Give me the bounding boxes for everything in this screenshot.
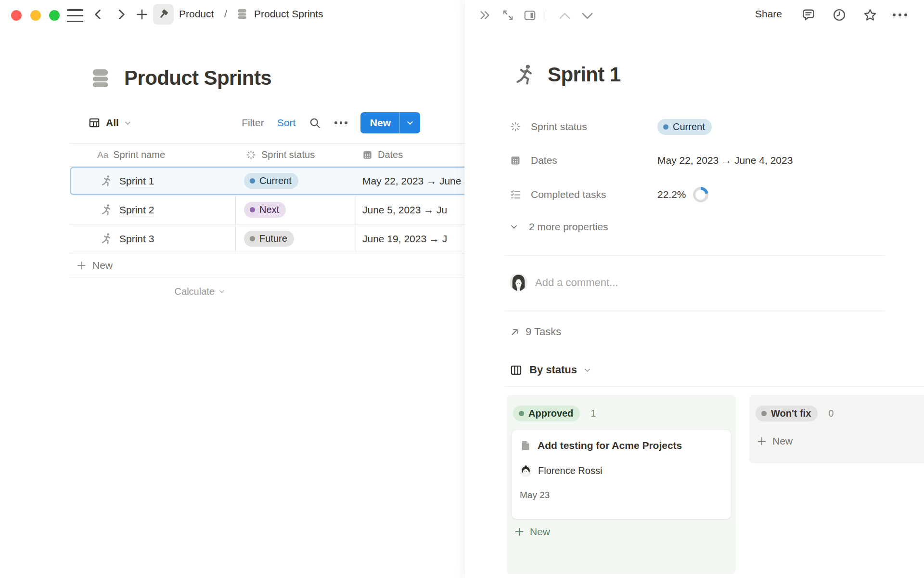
more-properties-toggle[interactable]: 2 more properties bbox=[510, 218, 608, 236]
runner-icon bbox=[100, 232, 113, 245]
notion-window: Product / Product Sprints Product Sprint… bbox=[0, 0, 924, 578]
task-card-date: May 23 bbox=[520, 490, 550, 500]
table-row-sprint-2[interactable]: Sprint 2 Next June 5, 2023 → Ju bbox=[70, 196, 464, 224]
window-close-button[interactable] bbox=[11, 10, 22, 21]
dates-cell[interactable]: May 22, 2023 → June 4, 2023 bbox=[356, 167, 464, 195]
new-button-dropdown[interactable] bbox=[400, 112, 420, 133]
board-column-approved: Approved 1 Add testing for Acme Projects… bbox=[507, 395, 736, 574]
sprint-name-link[interactable]: Sprint 1 bbox=[119, 175, 154, 187]
new-button[interactable]: New bbox=[360, 112, 420, 133]
breadcrumb-current-label[interactable]: Product Sprints bbox=[254, 0, 323, 28]
table-new-row-button[interactable]: New bbox=[70, 253, 464, 277]
property-value-dates[interactable]: May 22, 2023 → June 4, 2023 bbox=[657, 155, 793, 166]
view-tab-all[interactable]: All bbox=[88, 112, 131, 134]
side-peek-panel: Share Sprint 1 Sprint status bbox=[464, 0, 924, 578]
breadcrumb-root-label[interactable]: Product bbox=[179, 0, 214, 28]
column-header-dates[interactable]: Dates bbox=[356, 144, 464, 166]
next-record-icon[interactable] bbox=[580, 11, 594, 21]
board-view-label: By status bbox=[529, 364, 577, 376]
sprints-table: Aa Sprint name Sprint status Dates bbox=[70, 143, 464, 305]
property-label[interactable]: Completed tasks bbox=[510, 189, 657, 200]
property-label[interactable]: Dates bbox=[510, 155, 657, 166]
board-view-selector[interactable]: By status bbox=[510, 362, 591, 378]
plus-icon bbox=[757, 436, 767, 447]
previous-record-icon[interactable] bbox=[558, 11, 572, 21]
column-header-sprint-status[interactable]: Sprint status bbox=[236, 144, 356, 166]
section-divider bbox=[505, 255, 885, 256]
property-label[interactable]: Sprint status bbox=[510, 121, 657, 132]
close-side-peek-icon[interactable] bbox=[478, 8, 492, 22]
window-minimize-button[interactable] bbox=[30, 10, 41, 21]
breadcrumb-separator: / bbox=[224, 0, 227, 28]
chevron-down-icon bbox=[510, 223, 518, 231]
sprint-page-icon[interactable] bbox=[513, 63, 537, 87]
property-value-completed[interactable]: 22.2% bbox=[657, 187, 708, 202]
text-property-icon: Aa bbox=[97, 150, 108, 160]
calculate-button[interactable]: Calculate bbox=[70, 277, 236, 305]
property-row-dates: Dates May 22, 2023 → June 4, 2023 bbox=[510, 151, 793, 170]
status-pill-current[interactable]: Current bbox=[244, 173, 298, 189]
property-row-completed-tasks: Completed tasks 22.2% bbox=[510, 185, 708, 204]
main-page-pane: Product / Product Sprints Product Sprint… bbox=[0, 0, 464, 578]
column-header-sprint-name[interactable]: Aa Sprint name bbox=[70, 144, 236, 166]
status-pill-current[interactable]: Current bbox=[657, 119, 712, 135]
status-pill-future[interactable]: Future bbox=[244, 231, 294, 247]
tasks-backlink[interactable]: 9 Tasks bbox=[510, 325, 561, 339]
status-property-icon bbox=[510, 121, 521, 132]
table-view-icon bbox=[88, 117, 101, 129]
task-card-title[interactable]: Add testing for Acme Projects bbox=[538, 440, 682, 451]
user-avatar bbox=[510, 274, 527, 291]
database-title-icon bbox=[89, 67, 112, 90]
board-view-icon bbox=[510, 364, 523, 377]
checklist-icon bbox=[510, 189, 521, 200]
board-column-wont-fix: Won't fix 0 New bbox=[749, 395, 924, 463]
property-value-status[interactable]: Current bbox=[657, 119, 712, 135]
status-pill-next[interactable]: Next bbox=[244, 202, 286, 218]
forward-icon[interactable] bbox=[115, 8, 128, 21]
sprint-name-link[interactable]: Sprint 2 bbox=[119, 204, 154, 216]
favorite-star-icon[interactable] bbox=[863, 8, 877, 22]
comment-placeholder: Add a comment... bbox=[535, 276, 618, 289]
table-row-sprint-1[interactable]: Sprint 1 Current May 22, 2023 → June 4, … bbox=[70, 167, 464, 196]
search-icon[interactable] bbox=[308, 117, 321, 130]
record-title[interactable]: Sprint 1 bbox=[548, 63, 621, 86]
board-group-count: 0 bbox=[828, 408, 834, 419]
table-row-sprint-3[interactable]: Sprint 3 Future June 19, 2023 → J bbox=[70, 224, 464, 253]
window-zoom-button[interactable] bbox=[49, 10, 60, 21]
page-icon bbox=[520, 440, 531, 451]
task-card[interactable]: Add testing for Acme Projects Florence R… bbox=[512, 430, 731, 519]
comments-icon[interactable] bbox=[801, 8, 816, 22]
board-new-card-button[interactable]: New bbox=[757, 435, 793, 447]
share-button[interactable]: Share bbox=[755, 0, 782, 28]
more-options-icon[interactable] bbox=[893, 13, 907, 16]
board-new-card-button[interactable]: New bbox=[514, 526, 550, 538]
sprint-name-link[interactable]: Sprint 3 bbox=[119, 233, 154, 245]
filter-button[interactable]: Filter bbox=[242, 117, 264, 129]
breadcrumb-root-page[interactable] bbox=[153, 4, 174, 25]
sort-button[interactable]: Sort bbox=[277, 117, 296, 129]
board-group-pill-approved[interactable]: Approved bbox=[513, 406, 580, 421]
hammer-icon bbox=[157, 8, 170, 21]
new-button-label[interactable]: New bbox=[360, 117, 399, 129]
new-page-plus-icon[interactable] bbox=[135, 8, 149, 21]
database-icon bbox=[236, 8, 248, 20]
add-comment-field[interactable]: Add a comment... bbox=[510, 274, 618, 291]
view-tab-label: All bbox=[106, 117, 119, 129]
assignee-avatar bbox=[520, 465, 532, 477]
back-icon[interactable] bbox=[91, 8, 105, 21]
updates-clock-icon[interactable] bbox=[832, 8, 847, 22]
calendar-icon bbox=[362, 149, 373, 160]
runner-icon bbox=[100, 174, 113, 187]
board-group-pill-wont-fix[interactable]: Won't fix bbox=[756, 406, 818, 421]
chevron-down-icon bbox=[584, 367, 591, 374]
open-full-page-icon[interactable] bbox=[501, 8, 515, 22]
dates-cell[interactable]: June 19, 2023 → J bbox=[356, 224, 464, 253]
chevron-down-icon bbox=[218, 288, 225, 295]
plus-icon bbox=[76, 260, 87, 271]
toolbar-divider bbox=[546, 10, 546, 22]
sidebar-menu-icon[interactable] bbox=[67, 9, 83, 22]
side-peek-mode-icon[interactable] bbox=[523, 9, 537, 22]
dates-cell[interactable]: June 5, 2023 → Ju bbox=[356, 196, 464, 224]
table-header-row: Aa Sprint name Sprint status Dates bbox=[70, 143, 464, 167]
more-options-icon[interactable] bbox=[334, 121, 347, 124]
